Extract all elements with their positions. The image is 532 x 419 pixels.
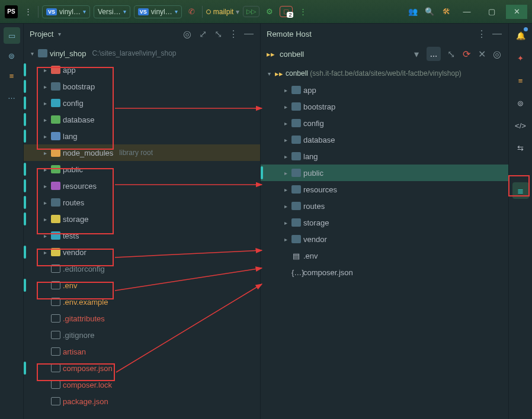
chevron-down-icon[interactable]: ▾ — [411, 49, 422, 59]
remote-folder-item[interactable]: resources — [261, 181, 508, 198]
coverage-button[interactable]: ▢2 — [280, 6, 293, 17]
github-button[interactable]: ⊚ — [512, 95, 529, 111]
cancel-icon[interactable]: ✕ — [476, 49, 487, 59]
collapse-icon[interactable]: ⤡ — [213, 28, 223, 39]
debug-icon[interactable]: ⚙ — [263, 5, 276, 18]
tree-root[interactable]: vinyl_shopC:\sites_laravel\vinyl_shop — [24, 45, 260, 62]
menu-icon[interactable]: ⋮ — [21, 5, 34, 18]
folder-item[interactable]: routes — [24, 194, 260, 211]
file-item[interactable]: package.json — [24, 393, 260, 410]
folder-item[interactable]: config — [24, 95, 260, 111]
folder-item[interactable]: node_moduleslibrary root — [24, 144, 260, 161]
remote-file-item[interactable]: ▤.env — [261, 247, 508, 264]
project-panel: Project ▾ ◎ ⤢ ⤡ ⋮ — vinyl_shopC:\sites_l… — [24, 24, 261, 419]
group-icon[interactable]: 👥 — [406, 5, 419, 18]
remote-tree[interactable]: ▸▸ conbell (ssh.it-fact.be/data/sites/we… — [261, 64, 508, 419]
run-button[interactable]: ▷▷ — [243, 6, 259, 17]
remote-panel-title: Remote Host — [267, 30, 312, 38]
mailpit-config[interactable]: mailpit▾ — [206, 8, 240, 16]
remote-folder-item[interactable]: bootstrap — [261, 98, 508, 115]
remote-folder-item[interactable]: routes — [261, 198, 508, 214]
tab-vinyl-2[interactable]: VSvinyl…▾ — [134, 5, 182, 18]
remote-folder-item[interactable]: database — [261, 131, 508, 148]
remote-tree-root[interactable]: ▸▸ conbell (ssh.it-fact.be/data/sites/we… — [261, 65, 508, 82]
notifications-button[interactable]: 🔔 — [512, 27, 529, 44]
file-item[interactable]: .editorconfig — [24, 260, 260, 277]
panels: Project ▾ ◎ ⤢ ⤡ ⋮ — vinyl_shopC:\sites_l… — [24, 24, 508, 419]
chevron-down-icon: ▾ — [58, 31, 61, 37]
folder-item[interactable]: lang — [24, 128, 260, 144]
tab-vinyl-1[interactable]: VSvinyl…▾ — [42, 5, 90, 18]
left-tool-rail: ▭ ⊚ ≡ … — [0, 24, 24, 419]
file-item[interactable]: composer.json — [24, 360, 260, 376]
server-icon: ▸▸ — [267, 50, 275, 59]
refresh-icon[interactable]: ⟳ — [461, 49, 472, 59]
hide-icon[interactable]: — — [492, 28, 502, 39]
project-tool-button[interactable]: ▭ — [4, 27, 20, 44]
remote-folder-item[interactable]: vendor — [261, 231, 508, 247]
file-item[interactable]: .env — [24, 277, 260, 294]
folder-item[interactable]: bootstrap — [24, 78, 260, 95]
folder-item[interactable]: app — [24, 62, 260, 78]
collapse-icon[interactable]: ⤡ — [446, 49, 456, 59]
remote-folder-item[interactable]: app — [261, 82, 508, 98]
project-tree[interactable]: vinyl_shopC:\sites_laravel\vinyl_shopapp… — [24, 44, 260, 419]
file-item[interactable]: .env.example — [24, 294, 260, 310]
tools-icon[interactable]: 🛠 — [440, 5, 453, 18]
remote-panel: Remote Host ⋮ — ▸▸ conbell ▾ … ⤡ ⟳ ✕ ◎ ▸… — [261, 24, 508, 419]
app-logo: PS — [5, 5, 18, 18]
titlebar: PS ⋮ VSvinyl…▾ Versi…▾ VSvinyl…▾ ✆ mailp… — [0, 0, 532, 24]
search-icon[interactable]: 🔍 — [423, 5, 436, 18]
folder-item[interactable]: resources — [24, 178, 260, 194]
remote-folder-item[interactable]: storage — [261, 214, 508, 231]
phone-icon[interactable]: ✆ — [185, 5, 198, 18]
target-icon[interactable]: ◎ — [182, 28, 193, 39]
embed-button[interactable]: </> — [512, 117, 529, 134]
more-icon[interactable]: ⋮ — [296, 5, 309, 18]
folder-item[interactable]: vendor — [24, 244, 260, 260]
remote-folder-item[interactable]: public — [261, 165, 508, 181]
structure-tool-button[interactable]: ⊚ — [4, 47, 20, 64]
file-item[interactable]: artisan — [24, 343, 260, 360]
minimize-button[interactable]: — — [456, 5, 477, 19]
remote-file-item[interactable]: {…}composer.json — [261, 264, 508, 281]
remote-folder-item[interactable]: lang — [261, 148, 508, 165]
more-icon[interactable]: ⋮ — [228, 28, 239, 39]
divider — [38, 6, 39, 18]
database-button[interactable]: ≡ — [512, 72, 529, 89]
remote-host-selector: ▸▸ conbell ▾ … ⤡ ⟳ ✕ ◎ — [261, 44, 508, 64]
ai-button[interactable]: ✦ — [512, 50, 529, 66]
file-item[interactable]: composer.lock — [24, 376, 260, 393]
folder-item[interactable]: database — [24, 111, 260, 128]
hide-icon[interactable]: — — [243, 28, 254, 39]
more-tool-button[interactable]: … — [4, 88, 20, 104]
divider — [202, 6, 203, 18]
folder-item[interactable]: public — [24, 161, 260, 178]
expand-icon[interactable]: ⤢ — [197, 28, 208, 39]
browse-button[interactable]: … — [427, 47, 441, 61]
folder-item[interactable]: tests — [24, 227, 260, 244]
tab-version[interactable]: Versi…▾ — [94, 5, 130, 18]
share-button[interactable]: ⇆ — [512, 140, 529, 156]
target-icon[interactable]: ◎ — [492, 49, 502, 59]
main-area: ▭ ⊚ ≡ … Project ▾ ◎ ⤢ ⤡ ⋮ — vinyl_shopC:… — [0, 24, 532, 419]
project-panel-header: Project ▾ ◎ ⤢ ⤡ ⋮ — — [24, 24, 260, 44]
remote-folder-item[interactable]: config — [261, 115, 508, 131]
file-item[interactable]: .gitignore — [24, 327, 260, 343]
right-tool-rail: 🔔 ✦ ≡ ⊚ </> ⇆ ≣ — [508, 24, 532, 419]
folder-item[interactable]: storage — [24, 211, 260, 227]
file-item[interactable]: .gitattributes — [24, 310, 260, 327]
remote-panel-header: Remote Host ⋮ — — [261, 24, 508, 44]
database-tool-button[interactable]: ≡ — [4, 67, 20, 84]
remote-host-button[interactable]: ≣ — [512, 182, 529, 199]
remote-host-name[interactable]: conbell — [280, 50, 406, 59]
maximize-button[interactable]: ▢ — [481, 5, 502, 19]
more-icon[interactable]: ⋮ — [476, 28, 487, 39]
project-panel-title[interactable]: Project — [30, 30, 53, 38]
close-button[interactable]: ✕ — [506, 5, 527, 19]
